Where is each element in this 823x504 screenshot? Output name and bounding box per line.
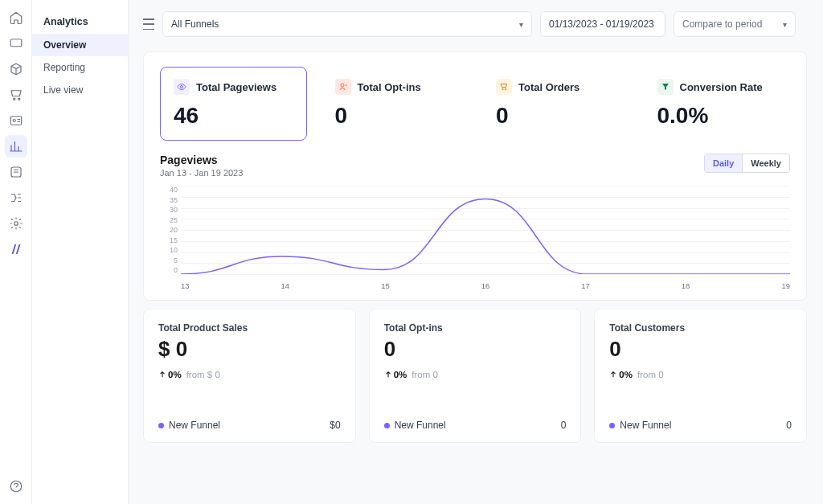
card-funnel-name: New Funnel — [395, 420, 446, 431]
stat-optins[interactable]: Total Opt-ins 0 — [321, 67, 469, 141]
cart-icon — [496, 79, 512, 95]
user-minus-icon — [335, 79, 351, 95]
card-trend: 0% from 0 — [384, 370, 567, 379]
card-optins: Total Opt-ins 0 0% from 0 New Funnel0 — [369, 309, 582, 443]
svg-point-1 — [13, 98, 14, 100]
eye-icon — [174, 79, 190, 95]
menu-icon[interactable] — [143, 18, 154, 30]
svg-point-10 — [502, 88, 504, 90]
stat-label: Total Pageviews — [196, 81, 276, 93]
stat-value: 0 — [335, 103, 455, 129]
svg-rect-3 — [10, 117, 22, 125]
card-funnel-name: New Funnel — [169, 420, 220, 431]
overview-panel: Total Pageviews 46 Total Opt-ins 0 Total… — [143, 51, 807, 301]
sidebar: Analytics Overview Reporting Live view — [32, 0, 129, 504]
sidebar-heading: Analytics — [32, 10, 128, 34]
main: All Funnels ▾ 01/13/2023 - 01/19/2023 Co… — [129, 0, 823, 504]
card-title: Total Customers — [609, 322, 792, 334]
chevron-down-icon: ▾ — [783, 20, 787, 29]
sidebar-item-reporting[interactable]: Reporting — [32, 56, 128, 79]
compare-value: Compare to period — [682, 18, 762, 30]
chart-x-labels: 13 14 15 16 17 18 19 — [181, 281, 790, 290]
settings-icon[interactable] — [5, 212, 27, 235]
card-funnel-value: $0 — [330, 420, 340, 431]
svg-point-8 — [181, 86, 183, 88]
stat-label: Total Orders — [518, 81, 579, 93]
dot-icon — [609, 423, 615, 428]
chart-title: Pageviews — [160, 154, 243, 166]
chart-subtitle: Jan 13 - Jan 19 2023 — [160, 168, 243, 178]
card-product-sales: Total Product Sales $ 0 0% from $ 0 New … — [143, 309, 356, 443]
pageviews-chart: 40 35 30 25 20 15 10 5 0 13 14 15 16 — [160, 186, 790, 290]
stat-orders[interactable]: Total Orders 0 — [482, 67, 629, 141]
stat-row: Total Pageviews 46 Total Opt-ins 0 Total… — [160, 67, 790, 141]
help-icon[interactable] — [5, 475, 27, 498]
funnel-selector-value: All Funnels — [171, 18, 219, 30]
card-value: 0 — [609, 337, 792, 362]
card-customers: Total Customers 0 0% from 0 New Funnel0 — [594, 309, 807, 443]
icon-rail — [0, 0, 32, 504]
card-funnel-value: 0 — [786, 420, 792, 431]
card-funnel-name: New Funnel — [620, 420, 671, 431]
summary-cards: Total Product Sales $ 0 0% from $ 0 New … — [143, 309, 807, 443]
home-icon[interactable] — [5, 6, 27, 29]
svg-point-6 — [14, 222, 18, 226]
chart-header: Pageviews Jan 13 - Jan 19 2023 Daily Wee… — [160, 154, 790, 178]
stat-label: Total Opt-ins — [358, 81, 421, 93]
card-funnel-value: 0 — [561, 420, 567, 431]
date-range-value: 01/13/2023 - 01/19/2023 — [549, 18, 654, 30]
card-trend: 0% from 0 — [609, 370, 792, 379]
chart-y-labels: 40 35 30 25 20 15 10 5 0 — [160, 186, 178, 274]
svg-point-2 — [18, 98, 19, 100]
stat-conversion[interactable]: Conversion Rate 0.0% — [644, 67, 791, 141]
card-title: Total Product Sales — [158, 322, 341, 334]
funnel-icon — [657, 79, 674, 95]
svg-point-9 — [341, 84, 344, 87]
analytics-icon[interactable] — [5, 135, 27, 158]
card-title: Total Opt-ins — [384, 322, 567, 334]
date-range-picker[interactable]: 01/13/2023 - 01/19/2023 — [540, 11, 665, 37]
top-filter-bar: All Funnels ▾ 01/13/2023 - 01/19/2023 Co… — [129, 0, 823, 40]
package-icon[interactable] — [5, 58, 27, 80]
sidebar-item-overview[interactable]: Overview — [32, 34, 128, 56]
stat-value: 46 — [174, 103, 293, 129]
automation-icon[interactable] — [5, 161, 27, 183]
brand-icon[interactable] — [5, 238, 27, 260]
stat-value: 0 — [496, 103, 616, 129]
card-value: $ 0 — [158, 337, 341, 362]
arrow-up-icon — [609, 371, 617, 379]
chart-line — [181, 186, 790, 274]
screen-icon[interactable] — [5, 32, 27, 55]
arrow-up-icon — [158, 371, 166, 379]
svg-point-4 — [13, 120, 15, 122]
chevron-down-icon: ▾ — [519, 20, 523, 29]
svg-rect-0 — [10, 39, 22, 47]
cart-icon[interactable] — [5, 84, 27, 106]
toggle-daily[interactable]: Daily — [705, 154, 743, 172]
sidebar-item-liveview[interactable]: Live view — [32, 79, 128, 101]
arrow-up-icon — [384, 371, 392, 379]
stat-value: 0.0% — [657, 103, 777, 129]
flow-icon[interactable] — [5, 186, 27, 209]
dot-icon — [384, 423, 390, 428]
stat-label: Conversion Rate — [680, 81, 763, 93]
toggle-weekly[interactable]: Weekly — [743, 154, 789, 172]
chart-interval-toggle: Daily Weekly — [704, 154, 790, 173]
funnel-selector[interactable]: All Funnels ▾ — [162, 11, 532, 37]
card-value: 0 — [384, 337, 567, 362]
svg-point-11 — [505, 88, 506, 90]
id-icon[interactable] — [5, 109, 27, 132]
stat-pageviews[interactable]: Total Pageviews 46 — [160, 67, 307, 141]
compare-selector[interactable]: Compare to period ▾ — [674, 11, 796, 37]
card-trend: 0% from $ 0 — [158, 370, 341, 379]
dot-icon — [158, 423, 164, 428]
